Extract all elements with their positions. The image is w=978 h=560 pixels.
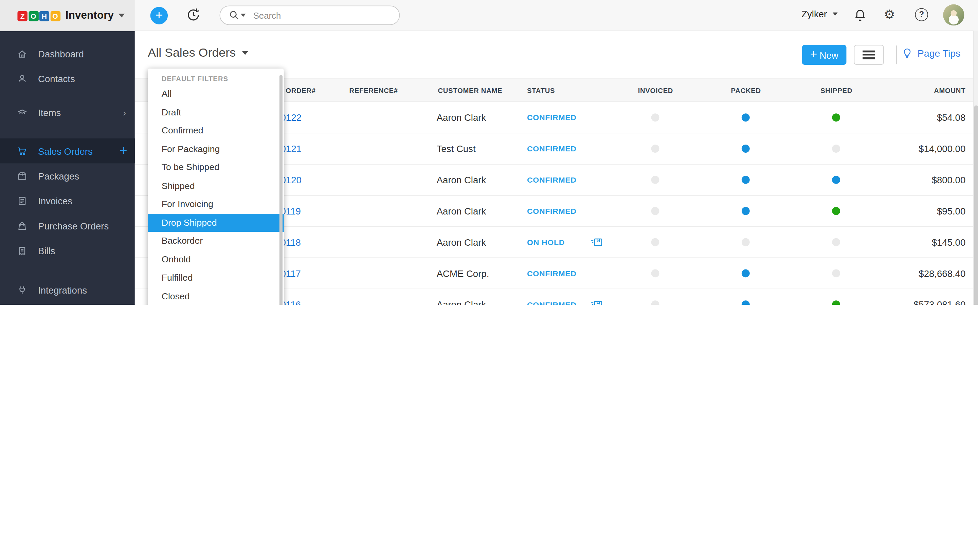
packed-dot — [742, 238, 750, 247]
zoho-logo-block: O — [28, 11, 38, 21]
sidebar-item-items[interactable]: Items› — [0, 100, 135, 125]
drop-shipped-icon — [591, 299, 602, 305]
shipped-dot — [832, 238, 840, 247]
cell-amount: $800.00 — [932, 175, 966, 185]
status-badge: CONFIRMED — [527, 145, 577, 153]
cell-amount: $54.08 — [937, 112, 965, 123]
cart-icon — [17, 146, 27, 156]
invoiced-dot — [651, 145, 659, 153]
plus-icon: + — [810, 48, 817, 61]
quick-create-button[interactable]: + — [150, 7, 168, 24]
items-icon — [17, 107, 27, 117]
settings-gear-icon[interactable]: ⚙ — [884, 7, 895, 21]
filter-option-shipped[interactable]: Shipped — [148, 177, 284, 195]
status-badge: CONFIRMED — [527, 269, 577, 278]
status-badge: CONFIRMED — [527, 300, 577, 305]
cell-customer: Aaron Clark — [437, 175, 486, 185]
packed-dot — [742, 145, 750, 153]
sidebar-item-sales-orders[interactable]: Sales Orders+ — [0, 138, 135, 163]
sidebar: DashboardContactsItems›Sales Orders+Pack… — [0, 30, 135, 305]
recent-history-icon[interactable] — [185, 6, 202, 26]
notifications-bell-icon[interactable] — [853, 8, 868, 25]
sidebar-item-purchase-orders[interactable]: Purchase Orders — [0, 213, 135, 238]
sidebar-item-label: Purchase Orders — [38, 220, 108, 231]
packed-dot — [742, 207, 750, 215]
column-header-order[interactable]: ORDER# — [285, 87, 316, 94]
add-sales-order-icon[interactable]: + — [120, 143, 127, 158]
search-box[interactable] — [220, 6, 400, 25]
column-header-packed[interactable]: PACKED — [731, 87, 761, 94]
sidebar-item-label: Sales Orders — [38, 146, 93, 156]
column-header-invoiced[interactable]: INVOICED — [638, 87, 673, 94]
column-header-status[interactable]: STATUS — [527, 87, 555, 94]
invoiced-dot — [651, 238, 659, 247]
filter-option-for-invoicing[interactable]: For Invoicing — [148, 195, 284, 213]
cell-amount: $145.00 — [932, 237, 966, 247]
invoiced-dot — [651, 207, 659, 215]
filter-option-draft[interactable]: Draft — [148, 103, 284, 122]
page-tips-link[interactable]: Page Tips — [901, 48, 960, 59]
packed-dot — [742, 176, 750, 184]
sidebar-item-contacts[interactable]: Contacts — [0, 66, 135, 91]
divider — [896, 45, 897, 64]
org-switcher[interactable]: Zylker — [801, 9, 838, 19]
filter-option-for-packaging[interactable]: For Packaging — [148, 140, 284, 158]
org-name: Zylker — [801, 9, 827, 19]
cell-amount: $95.00 — [937, 206, 965, 216]
sidebar-item-integrations[interactable]: Integrations — [0, 277, 135, 302]
view-selector[interactable]: All Sales Orders — [148, 45, 248, 60]
zoho-logo-block: O — [50, 11, 60, 21]
page-tips-label: Page Tips — [918, 48, 961, 59]
sidebar-item-invoices[interactable]: Invoices — [0, 188, 135, 213]
scrollbar-thumb[interactable] — [974, 105, 978, 305]
column-header-amount[interactable]: AMOUNT — [934, 87, 965, 94]
column-header-customername[interactable]: CUSTOMER NAME — [438, 87, 502, 94]
filter-dropdown: DEFAULT FILTERS AllDraftConfirmedFor Pac… — [148, 68, 284, 305]
column-header-shipped[interactable]: SHIPPED — [820, 87, 852, 94]
status-badge: CONFIRMED — [527, 113, 577, 122]
chevron-down-icon — [242, 51, 248, 55]
packed-dot — [742, 113, 750, 122]
contacts-icon — [17, 73, 27, 84]
filter-option-all[interactable]: All — [148, 85, 284, 103]
sidebar-item-bills[interactable]: Bills — [0, 238, 135, 263]
user-avatar[interactable] — [943, 4, 964, 25]
search-icon — [229, 10, 239, 20]
home-icon — [17, 48, 27, 59]
status-badge: ON HOLD — [527, 238, 565, 247]
new-sales-order-button[interactable]: + New — [802, 45, 846, 65]
help-icon[interactable]: ? — [915, 8, 928, 22]
dropdown-scrollbar[interactable] — [279, 75, 282, 305]
sidebar-item-label: Bills — [38, 245, 55, 256]
page-scrollbar[interactable] — [973, 30, 978, 305]
list-options-button[interactable] — [854, 45, 884, 65]
column-header-reference[interactable]: REFERENCE# — [349, 87, 398, 94]
filter-option-onhold[interactable]: Onhold — [148, 250, 284, 268]
bill-icon — [17, 245, 27, 256]
filter-option-closed[interactable]: Closed — [148, 287, 284, 305]
cell-amount: $14,000.00 — [919, 143, 965, 154]
invoiced-dot — [651, 269, 659, 277]
cell-customer: Aaron Clark — [437, 206, 486, 216]
sidebar-item-dashboard[interactable]: Dashboard — [0, 41, 135, 66]
cell-amount: $28,668.40 — [919, 268, 965, 278]
status-badge: CONFIRMED — [527, 176, 577, 185]
search-input[interactable] — [252, 10, 373, 21]
cell-customer: Aaron Clark — [437, 112, 486, 123]
filter-option-to-be-shipped[interactable]: To be Shipped — [148, 158, 284, 177]
bag-icon — [17, 220, 27, 231]
sidebar-item-packages[interactable]: Packages — [0, 163, 135, 188]
filter-option-fulfilled[interactable]: Fulfilled — [148, 269, 284, 287]
shipped-dot — [832, 176, 840, 184]
filter-option-drop-shipped[interactable]: Drop Shipped — [148, 213, 284, 232]
filter-option-confirmed[interactable]: Confirmed — [148, 122, 284, 140]
shipped-dot — [832, 300, 840, 305]
filter-option-backorder[interactable]: Backorder — [148, 232, 284, 250]
sidebar-item-label: Packages — [38, 170, 79, 181]
sidebar-item-reports[interactable]: Reports — [0, 302, 135, 305]
lightbulb-icon — [901, 48, 913, 59]
invoiced-dot — [651, 113, 659, 122]
brand[interactable]: ZOHO Inventory — [0, 0, 135, 30]
app-window: ZOHO Inventory + Zylker — [0, 0, 978, 305]
search-scope-caret-icon[interactable] — [241, 13, 246, 17]
